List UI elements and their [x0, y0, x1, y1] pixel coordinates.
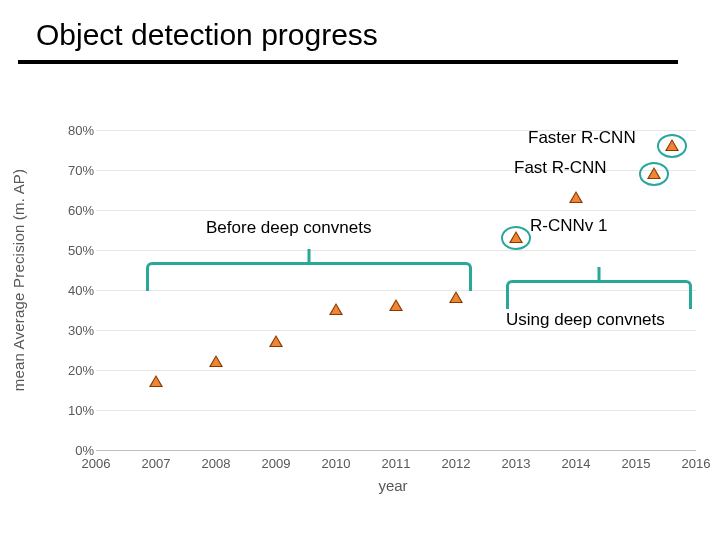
x-tick: 2012: [436, 456, 476, 471]
data-point: [269, 335, 283, 347]
slide: Object detection progress mean Average P…: [0, 0, 720, 540]
y-tick: 40%: [56, 283, 94, 298]
ann-rcnn: R-CNNv 1: [530, 216, 607, 236]
data-point: [149, 375, 163, 387]
plot-area: Before deep convnets Using deep convnets…: [96, 130, 696, 451]
y-tick: 30%: [56, 323, 94, 338]
data-point: [449, 291, 463, 303]
brace-before: [146, 262, 472, 291]
x-tick: 2013: [496, 456, 536, 471]
ann-faster-rcnn: Faster R-CNN: [528, 128, 636, 148]
brace-after: [506, 280, 692, 309]
data-point: [389, 299, 403, 311]
x-tick: 2006: [76, 456, 116, 471]
page-title: Object detection progress: [36, 18, 378, 52]
x-tick: 2015: [616, 456, 656, 471]
ann-before-deep: Before deep convnets: [206, 218, 371, 238]
ann-fast-rcnn: Fast R-CNN: [514, 158, 607, 178]
y-tick: 70%: [56, 163, 94, 178]
y-tick: 10%: [56, 403, 94, 418]
x-tick: 2011: [376, 456, 416, 471]
x-tick: 2016: [676, 456, 716, 471]
y-tick: 50%: [56, 243, 94, 258]
title-underline: [18, 60, 678, 64]
highlight-circle: [657, 134, 687, 158]
y-tick: 80%: [56, 123, 94, 138]
data-point: [569, 191, 583, 203]
x-tick: 2010: [316, 456, 356, 471]
brace-stub: [598, 267, 601, 283]
brace-stub: [308, 249, 311, 265]
ann-using-deep: Using deep convnets: [506, 310, 665, 330]
y-axis-label: mean Average Precision (m. AP): [10, 110, 27, 450]
chart: mean Average Precision (m. AP) year 80% …: [16, 130, 706, 500]
x-tick: 2007: [136, 456, 176, 471]
x-tick: 2014: [556, 456, 596, 471]
x-tick: 2009: [256, 456, 296, 471]
y-tick: 60%: [56, 203, 94, 218]
y-tick: 20%: [56, 363, 94, 378]
x-tick: 2008: [196, 456, 236, 471]
highlight-circle: [501, 226, 531, 250]
x-axis-label: year: [80, 477, 706, 494]
highlight-circle: [639, 162, 669, 186]
data-point: [209, 355, 223, 367]
data-point: [329, 303, 343, 315]
